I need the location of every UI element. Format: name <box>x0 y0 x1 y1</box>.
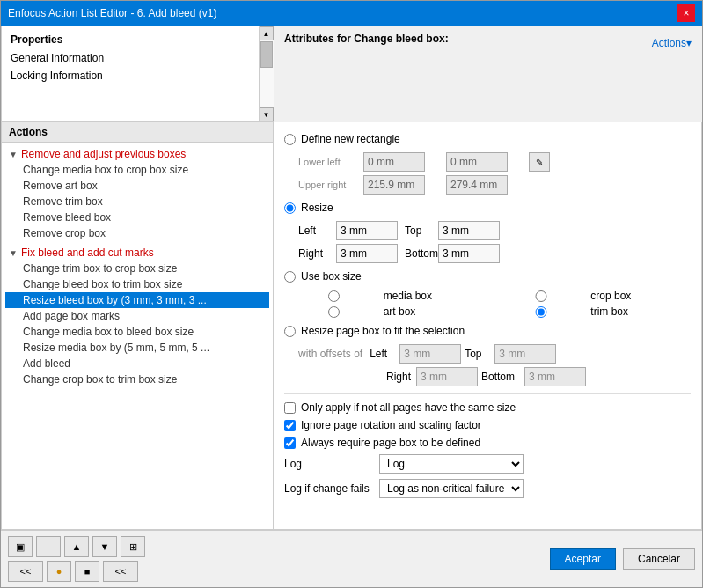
define-rect-option[interactable]: Define new rectangle <box>284 133 691 145</box>
rect-pick-button[interactable]: ✎ <box>529 152 550 172</box>
action-item-resize-bleed[interactable]: Resize bleed box by (3 mm, 3 mm, 3 ... <box>5 292 269 308</box>
settings-button[interactable]: ⊞ <box>121 536 145 557</box>
title-bar: Enfocus Action List Editor - 6. Add blee… <box>1 1 702 26</box>
action-item-crop-to-trim[interactable]: Change crop box to trim box size <box>5 371 269 387</box>
remove-action-button[interactable]: — <box>36 536 61 557</box>
actions-panel: Actions ▼ Remove and adjust previous box… <box>1 122 274 530</box>
resize-page-option[interactable]: Resize page box to fit the selection <box>284 325 691 337</box>
action-item-trim-to-crop[interactable]: Change trim box to crop box size <box>5 261 269 276</box>
resize-page-radio[interactable] <box>284 326 296 337</box>
action-group-2-header[interactable]: ▼ Fix bleed and add cut marks <box>5 245 269 261</box>
bottom-input[interactable] <box>438 244 500 263</box>
action-item-add-page-marks[interactable]: Add page box marks <box>5 308 269 324</box>
always-require-row: Always require page box to be defined <box>284 437 691 449</box>
attributes-panel: Define new rectangle Lower left ✎ Upper … <box>274 122 702 530</box>
attributes-header-panel: Attributes for Change bleed box: Actions… <box>274 26 702 122</box>
ignore-rotation-checkbox[interactable] <box>284 420 296 431</box>
action-item-remove-trim[interactable]: Remove trim box <box>5 194 269 209</box>
action-item-remove-crop[interactable]: Remove crop box <box>5 225 269 241</box>
page-bottom-input[interactable] <box>524 367 586 386</box>
toolbar-top-row: ▣ — ▲ ▼ ⊞ <box>8 536 145 557</box>
right-input[interactable] <box>336 244 398 263</box>
upper-right-x-input[interactable] <box>363 175 425 195</box>
stop-button[interactable]: ■ <box>75 561 99 582</box>
always-require-checkbox[interactable] <box>284 437 296 449</box>
action-item-add-bleed[interactable]: Add bleed <box>5 356 269 371</box>
action-item-change-media[interactable]: Change media box to crop box size <box>5 162 269 178</box>
move-up-button[interactable]: ▲ <box>64 536 89 557</box>
properties-scrollbar[interactable]: ▲ ▼ <box>259 26 273 121</box>
main-window: Enfocus Action List Editor - 6. Add blee… <box>0 0 703 588</box>
scroll-thumb[interactable] <box>260 41 273 68</box>
lower-left-y-input[interactable] <box>446 152 508 172</box>
use-box-radio[interactable] <box>284 271 296 283</box>
only-apply-row: Only apply if not all pages have the sam… <box>284 401 691 414</box>
resize-option[interactable]: Resize <box>284 202 691 214</box>
scroll-track <box>260 40 274 107</box>
prev-prev-button[interactable]: << <box>8 561 43 582</box>
log-fails-label: Log if change fails <box>284 482 372 495</box>
bottom-toolbar: ▣ — ▲ ▼ ⊞ << ● ■ << Aceptar Cancelar <box>1 530 702 587</box>
action-item-remove-bleed[interactable]: Remove bleed box <box>5 209 269 225</box>
add-action-button[interactable]: ▣ <box>8 536 33 557</box>
left-label: Left <box>298 224 329 237</box>
only-apply-checkbox[interactable] <box>284 402 296 414</box>
log-select[interactable]: Log Don't log Log as non-critical failur… <box>379 454 524 474</box>
with-offsets-label: with offsets of <box>298 348 362 360</box>
properties-locking[interactable]: Locking Information <box>5 67 255 85</box>
page-right-input[interactable] <box>416 367 478 386</box>
page-left-label: Left <box>370 348 396 360</box>
cancel-button[interactable]: Cancelar <box>623 548 695 570</box>
upper-right-y-input[interactable] <box>446 175 508 195</box>
lower-left-x-input[interactable] <box>363 152 425 172</box>
media-box-label: media box <box>384 290 492 302</box>
page-top-label: Top <box>465 348 491 360</box>
ignore-rotation-row: Ignore page rotation and scaling factor <box>284 419 691 431</box>
scroll-down-arrow[interactable]: ▼ <box>260 107 274 121</box>
page-right-label: Right <box>386 371 413 383</box>
toolbar-buttons: ▣ — ▲ ▼ ⊞ << ● ■ << <box>8 536 145 582</box>
art-box-radio[interactable] <box>298 306 370 318</box>
define-rect-radio[interactable] <box>284 134 296 145</box>
use-box-label: Use box size <box>301 270 362 283</box>
only-apply-label: Only apply if not all pages have the sam… <box>301 401 516 414</box>
collapse-icon-2: ▼ <box>9 248 18 258</box>
indicator-button[interactable]: ● <box>47 561 71 582</box>
toolbar-action-buttons: Aceptar Cancelar <box>550 548 695 570</box>
properties-panel: Properties General Information Locking I… <box>1 26 274 122</box>
box-options-block: media box crop box art box trim box <box>298 290 691 318</box>
log-fails-select[interactable]: Log as non-critical failure Log Don't lo… <box>379 479 524 498</box>
crop-box-radio[interactable] <box>506 290 577 302</box>
lower-left-label: Lower left <box>298 157 360 167</box>
resize-radio[interactable] <box>284 202 296 214</box>
actions-link[interactable]: Actions▾ <box>652 37 692 49</box>
art-box-label: art box <box>384 305 492 318</box>
action-item-media-to-bleed[interactable]: Change media box to bleed box size <box>5 324 269 340</box>
close-button[interactable]: × <box>677 4 695 22</box>
top-label: Top <box>405 224 431 237</box>
crop-box-label: crop box <box>590 290 691 302</box>
move-down-button[interactable]: ▼ <box>92 536 117 557</box>
scroll-up-arrow[interactable]: ▲ <box>260 26 274 40</box>
trim-box-radio[interactable] <box>506 306 577 318</box>
action-group-1-header[interactable]: ▼ Remove and adjust previous boxes <box>5 146 269 162</box>
accept-button[interactable]: Aceptar <box>550 548 616 570</box>
page-top-input[interactable] <box>494 344 556 364</box>
properties-general[interactable]: General Information <box>5 49 255 67</box>
action-group-1: ▼ Remove and adjust previous boxes Chang… <box>2 144 273 243</box>
left-input[interactable] <box>336 221 398 240</box>
use-box-option[interactable]: Use box size <box>284 270 691 283</box>
action-item-bleed-to-trim[interactable]: Change bleed box to trim box size <box>5 276 269 292</box>
action-item-resize-media[interactable]: Resize media box by (5 mm, 5 mm, 5 ... <box>5 340 269 356</box>
action-group-2-label: Fix bleed and add cut marks <box>21 246 154 259</box>
main-area: Actions ▼ Remove and adjust previous box… <box>1 122 702 530</box>
action-group-2: ▼ Fix bleed and add cut marks Change tri… <box>2 243 273 389</box>
page-left-input[interactable] <box>399 344 461 364</box>
top-panel: Properties General Information Locking I… <box>1 26 702 122</box>
action-item-remove-art[interactable]: Remove art box <box>5 178 269 194</box>
attributes-title: Attributes for Change bleed box: <box>284 33 449 45</box>
top-input[interactable] <box>438 221 500 240</box>
media-box-radio[interactable] <box>298 290 370 302</box>
define-rect-inputs: Lower left ✎ Upper right <box>298 152 691 195</box>
skip-button[interactable]: << <box>103 561 138 582</box>
